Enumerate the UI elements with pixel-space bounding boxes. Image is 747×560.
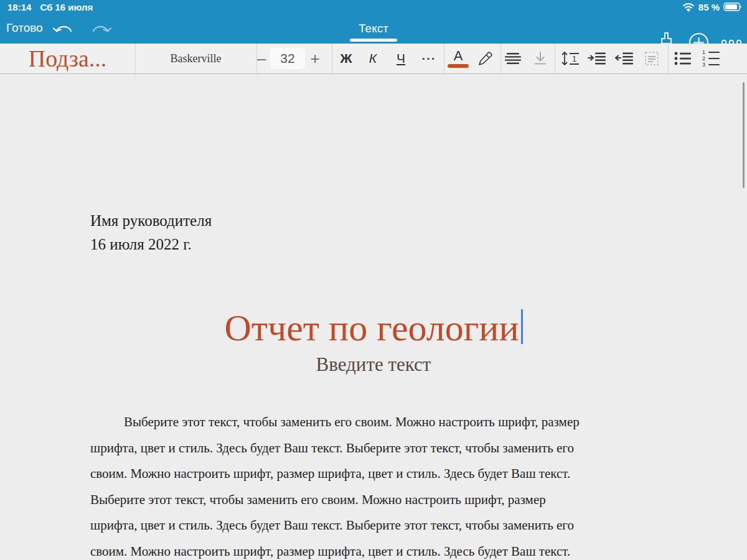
document-canvas[interactable]: Имя руководителя 16 июля 2022 г. Отчет п… bbox=[0, 75, 747, 560]
highlighter-icon[interactable] bbox=[473, 44, 498, 73]
wifi-icon bbox=[682, 2, 695, 12]
toolbar-divider bbox=[256, 44, 257, 73]
toolbar-divider bbox=[444, 44, 444, 73]
document-subtitle[interactable]: Введите текст bbox=[0, 352, 747, 377]
underline-button[interactable]: Ч bbox=[389, 44, 413, 73]
font-size-value[interactable]: 32 bbox=[270, 44, 305, 73]
tab-active-indicator bbox=[350, 39, 397, 42]
tab-text-label: Текст bbox=[359, 22, 388, 35]
body-text-line[interactable]: Выберите этот текст, чтобы заменить его … bbox=[90, 487, 700, 513]
tab-bar: Текст bbox=[0, 14, 747, 44]
insert-break-icon[interactable] bbox=[528, 44, 553, 73]
toolbar-divider bbox=[332, 44, 332, 73]
scrollbar[interactable] bbox=[743, 82, 745, 188]
line-spacing-button[interactable]: 1 bbox=[557, 44, 583, 73]
numbered-list-icon[interactable]: 1 2 3 bbox=[697, 44, 725, 73]
text-color-button[interactable]: А bbox=[446, 44, 471, 73]
body-text-line[interactable]: своим. Можно настроить шрифт, размер шри… bbox=[90, 461, 700, 487]
font-family-button[interactable]: Baskerville bbox=[135, 44, 256, 73]
battery-percent: 85 % bbox=[698, 2, 720, 12]
line-spacing-value: 1 bbox=[570, 53, 579, 65]
indent-decrease-icon[interactable] bbox=[611, 44, 637, 73]
text-cursor bbox=[521, 309, 523, 344]
tab-text[interactable]: Текст bbox=[355, 14, 392, 44]
more-text-options-button[interactable]: ··· bbox=[416, 44, 441, 73]
bold-button[interactable]: Ж bbox=[334, 44, 358, 73]
date-line[interactable]: 16 июля 2022 г. bbox=[90, 233, 192, 256]
indent-increase-icon[interactable] bbox=[584, 44, 610, 73]
bullet-list-icon[interactable] bbox=[670, 44, 696, 73]
status-date: Сб 16 июля bbox=[40, 2, 93, 12]
navigation-bar: Готово Текст bbox=[0, 14, 747, 44]
status-bar: 18:14 Сб 16 июля 85 % bbox=[0, 0, 747, 14]
align-center-icon[interactable] bbox=[500, 44, 525, 73]
text-color-swatch bbox=[448, 64, 469, 68]
font-size-increase-button[interactable]: + bbox=[303, 44, 327, 73]
line-spacing-arrow-icon bbox=[561, 50, 568, 67]
document-title[interactable]: Отчет по геологии bbox=[224, 307, 519, 348]
body-text[interactable]: Выберите этот текст, чтобы заменить его … bbox=[90, 409, 700, 560]
body-text-line[interactable]: своим. Можно настроить шрифт, размер шри… bbox=[90, 539, 700, 560]
body-text-line[interactable]: шрифта, цвет и стиль. Здесь будет Ваш те… bbox=[90, 513, 700, 539]
italic-button[interactable]: К bbox=[361, 44, 385, 73]
toolbar-divider bbox=[135, 44, 136, 73]
paragraph-style-button[interactable]: Подза... bbox=[0, 44, 135, 73]
toolbar-divider bbox=[668, 44, 669, 73]
text-wrap-icon[interactable] bbox=[639, 44, 665, 73]
toolbar-divider bbox=[500, 44, 501, 73]
toolbar-divider bbox=[555, 44, 555, 73]
format-toolbar: Подза... Baskerville – 32 + Ж К Ч ··· А bbox=[0, 44, 747, 74]
document-title-row[interactable]: Отчет по геологии bbox=[0, 306, 747, 350]
author-line[interactable]: Имя руководителя bbox=[90, 209, 212, 233]
body-text-line[interactable]: шрифта, цвет и стиль. Здесь будет Ваш те… bbox=[90, 436, 700, 462]
clock: 18:14 bbox=[7, 2, 31, 12]
battery-icon bbox=[723, 2, 742, 11]
body-text-line[interactable]: Выберите этот текст, чтобы заменить его … bbox=[90, 409, 700, 436]
text-color-letter: А bbox=[454, 49, 463, 63]
